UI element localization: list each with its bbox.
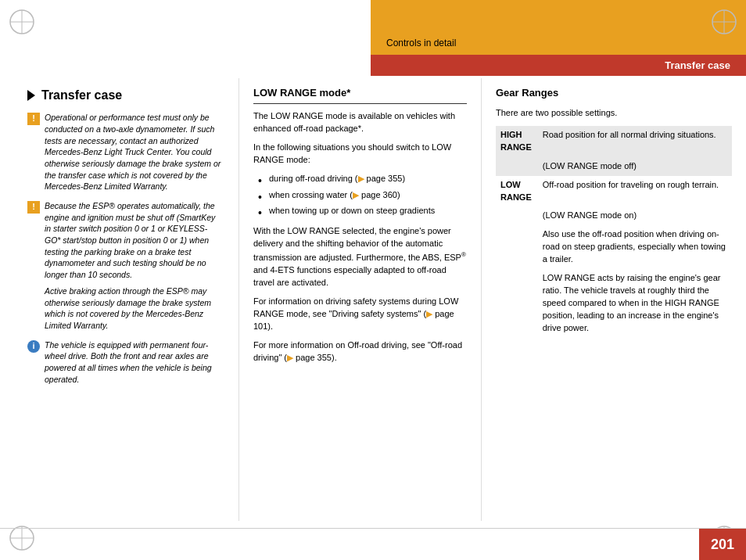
right-column: Gear Ranges There are two possible setti…	[481, 78, 746, 521]
section-heading: Transfer case	[27, 86, 223, 104]
middle-column: LOW RANGE mode* The LOW RANGE mode is av…	[239, 78, 481, 521]
section-tab-label: Transfer case	[665, 59, 730, 71]
warning-text-1: Operational or performance test must onl…	[45, 112, 223, 192]
warning-block-1: ! Operational or performance test must o…	[27, 112, 223, 192]
warning-icon-1: !	[27, 113, 40, 125]
list-item: when crossing water (▶ page 360)	[258, 189, 467, 202]
warning-icon-2: !	[27, 201, 40, 214]
top-bar: Controls in detail	[371, 0, 746, 55]
left-column: Transfer case ! Operational or performan…	[0, 78, 239, 521]
mid-para-2: In the following situations you should s…	[253, 142, 467, 167]
warning-text-2-container: Because the ESP® operates automatically,…	[45, 200, 223, 332]
low-range-text1: Off-road position for traveling on rough…	[538, 176, 732, 207]
low-range-text2: (LOW RANGE mode on)	[538, 206, 732, 225]
low-range-text3: Also use the off-road position when driv…	[538, 225, 732, 269]
gear-ranges-table: HIGHRANGE Road position for all normal d…	[496, 126, 732, 338]
corner-decoration-tr	[708, 6, 740, 38]
warning-text-3: Active braking action through the ESP® m…	[45, 285, 223, 332]
low-range-label: LOWRANGE	[496, 176, 538, 207]
table-row: LOWRANGE Off-road position for traveling…	[496, 176, 732, 207]
mid-para-1: The LOW RANGE mode is available on vehic…	[253, 110, 467, 135]
top-bar-title: Controls in detail	[386, 38, 456, 48]
corner-decoration-tl	[6, 6, 38, 38]
info-block-1: i The vehicle is equipped with permanent…	[27, 339, 223, 386]
info-text-1: The vehicle is equipped with permanent f…	[45, 339, 223, 386]
gear-ranges-intro: There are two possible settings.	[496, 107, 732, 120]
low-range-text4: LOW RANGE acts by raising the engine's g…	[538, 269, 732, 338]
list-item: when towing up or down on steep gradient…	[258, 205, 467, 217]
section-triangle-icon	[27, 90, 35, 101]
list-item: during off-road driving (▶ page 355)	[258, 173, 467, 185]
mid-para-3: With the LOW RANGE selected, the engine'…	[253, 225, 467, 289]
main-content: Transfer case ! Operational or performan…	[0, 78, 746, 521]
high-range-text1: Road position for all normal driving sit…	[538, 126, 732, 157]
table-row: (LOW RANGE mode off)	[496, 157, 732, 176]
warning-block-2: ! Because the ESP® operates automaticall…	[27, 200, 223, 332]
section-title: Transfer case	[41, 86, 122, 104]
mid-para-5: For more information on Off-road driving…	[253, 339, 467, 364]
corner-decoration-bl	[6, 522, 38, 554]
info-icon-1: i	[27, 340, 40, 353]
low-range-bullet-list: during off-road driving (▶ page 355) whe…	[253, 173, 467, 218]
warning-text-2: Because the ESP® operates automatically,…	[45, 200, 223, 281]
high-range-label: HIGHRANGE	[496, 126, 538, 157]
page-number: 201	[699, 529, 746, 560]
gear-ranges-heading: Gear Ranges	[496, 86, 732, 101]
table-row: Also use the off-road position when driv…	[496, 225, 732, 269]
section-tab: Transfer case	[371, 55, 746, 76]
table-row: LOW RANGE acts by raising the engine's g…	[496, 269, 732, 338]
table-row: (LOW RANGE mode on)	[496, 206, 732, 225]
table-row: HIGHRANGE Road position for all normal d…	[496, 126, 732, 157]
high-range-text2: (LOW RANGE mode off)	[538, 157, 732, 176]
mid-para-4: For information on driving safety system…	[253, 296, 467, 333]
bottom-divider	[0, 528, 746, 529]
low-range-heading: LOW RANGE mode*	[253, 86, 467, 104]
